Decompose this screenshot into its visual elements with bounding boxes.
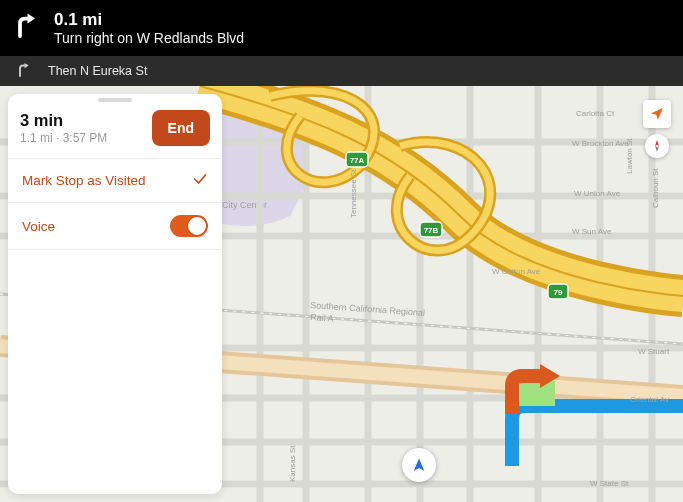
route-info-panel: 3 min 1.1 mi · 3:57 PM End Mark Stop as … — [8, 94, 222, 494]
turn-right-icon — [14, 61, 32, 82]
primary-distance: 0.1 mi — [54, 10, 244, 30]
svg-text:Carlotta Ct: Carlotta Ct — [576, 109, 615, 118]
voice-label: Voice — [22, 219, 55, 234]
svg-text:77A: 77A — [350, 156, 365, 165]
svg-text:Calhoun St: Calhoun St — [651, 168, 660, 208]
voice-toggle[interactable] — [170, 215, 208, 237]
svg-text:Rail A: Rail A — [310, 312, 334, 324]
mark-stop-visited-label: Mark Stop as Visited — [22, 173, 146, 188]
end-route-button[interactable]: End — [152, 110, 210, 146]
svg-rect-21 — [420, 222, 442, 237]
svg-text:Oriental Av: Oriental Av — [630, 395, 669, 404]
svg-text:W Union Ave: W Union Ave — [574, 189, 621, 198]
svg-text:Lawton St: Lawton St — [625, 138, 634, 174]
primary-instruction: Turn right on W Redlands Blvd — [54, 30, 244, 46]
svg-text:79: 79 — [554, 288, 563, 297]
secondary-instruction: Then N Eureka St — [48, 64, 147, 78]
recenter-button[interactable] — [643, 100, 671, 128]
eta-details: 1.1 mi · 3:57 PM — [20, 131, 107, 145]
compass-button[interactable] — [645, 134, 669, 158]
turn-right-icon — [10, 11, 40, 45]
svg-text:77B: 77B — [424, 226, 439, 235]
checkmark-icon — [192, 171, 208, 190]
eta-duration: 3 min — [20, 111, 107, 130]
svg-text:W State St: W State St — [590, 479, 629, 488]
mark-stop-visited-row[interactable]: Mark Stop as Visited — [8, 159, 222, 203]
svg-rect-19 — [346, 152, 368, 167]
svg-text:Southern California Regional: Southern California Regional — [310, 300, 425, 318]
voice-row: Voice — [8, 203, 222, 250]
secondary-direction-banner: Then N Eureka St — [0, 56, 683, 86]
svg-text:W Sun Ave: W Sun Ave — [572, 227, 612, 236]
svg-text:City Center: City Center — [222, 200, 267, 210]
svg-rect-23 — [548, 284, 568, 299]
svg-text:Tennessee St: Tennessee St — [349, 169, 358, 218]
svg-text:Kansas St: Kansas St — [288, 445, 297, 482]
panel-grabber[interactable] — [98, 98, 132, 102]
svg-text:W Stuart: W Stuart — [638, 347, 670, 356]
svg-text:W Brockton Ave: W Brockton Ave — [572, 139, 629, 148]
primary-direction-banner: 0.1 mi Turn right on W Redlands Blvd — [0, 0, 683, 56]
user-location-marker — [402, 448, 436, 482]
svg-text:W Colton Ave: W Colton Ave — [492, 267, 541, 276]
